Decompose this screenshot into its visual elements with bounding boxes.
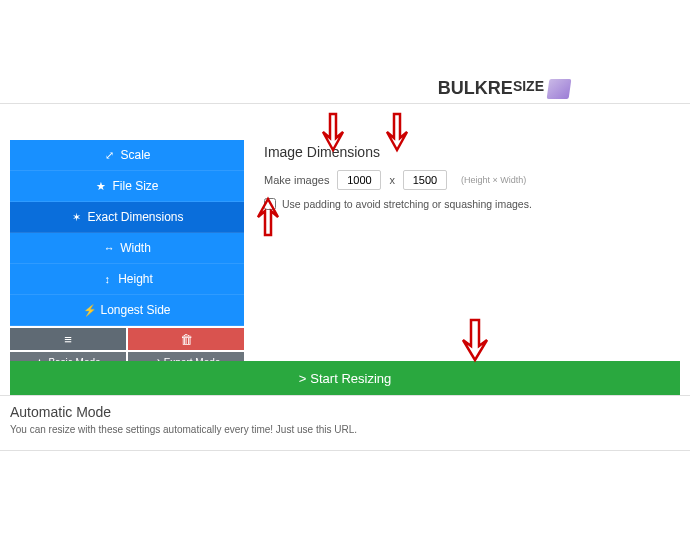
delete-button[interactable]: 🗑 (128, 328, 244, 350)
padding-label: Use padding to avoid stretching or squas… (282, 198, 532, 210)
height-input[interactable] (403, 170, 447, 190)
padding-checkbox[interactable] (264, 198, 276, 210)
option-width[interactable]: ↔ Width (10, 233, 244, 264)
x-label: x (389, 174, 395, 186)
width-icon: ↔ (103, 242, 115, 254)
automatic-mode-section: Automatic Mode You can resize with these… (10, 404, 357, 435)
star-icon: ★ (95, 180, 107, 193)
sidebar: ⤢ Scale ★ File Size ✶ Exact Dimensions ↔… (10, 140, 244, 373)
padding-row: Use padding to avoid stretching or squas… (264, 198, 680, 210)
list-button[interactable]: ≡ (10, 328, 126, 350)
trash-icon: 🗑 (180, 332, 193, 347)
option-scale[interactable]: ⤢ Scale (10, 140, 244, 171)
dimensions-hint: (Height × Width) (461, 175, 526, 185)
height-icon: ↕ (101, 273, 113, 285)
make-images-label: Make images (264, 174, 329, 186)
option-height[interactable]: ↕ Height (10, 264, 244, 295)
dimensions-row: Make images x (Height × Width) (264, 170, 680, 190)
option-label: Scale (120, 148, 150, 162)
width-input[interactable] (337, 170, 381, 190)
auto-mode-text: You can resize with these settings autom… (10, 424, 357, 435)
option-label: Exact Dimensions (87, 210, 183, 224)
chevron-right-icon: > (299, 371, 307, 386)
option-file-size[interactable]: ★ File Size (10, 171, 244, 202)
sparkle-icon: ✶ (70, 211, 82, 224)
logo-icon (547, 79, 572, 99)
divider (0, 450, 690, 451)
start-label: Start Resizing (310, 371, 391, 386)
option-longest-side[interactable]: ⚡ Longest Side (10, 295, 244, 326)
option-exact-dimensions[interactable]: ✶ Exact Dimensions (10, 202, 244, 233)
option-label: File Size (112, 179, 158, 193)
divider (0, 395, 690, 396)
section-title: Image Dimensions (264, 144, 680, 160)
option-label: Height (118, 272, 153, 286)
content-panel: Image Dimensions Make images x (Height ×… (264, 140, 680, 210)
scale-icon: ⤢ (103, 149, 115, 162)
brand-logo: BULKRESIZE (438, 78, 570, 99)
resize-mode-list: ⤢ Scale ★ File Size ✶ Exact Dimensions ↔… (10, 140, 244, 326)
divider (0, 103, 690, 104)
auto-mode-title: Automatic Mode (10, 404, 357, 420)
bolt-icon: ⚡ (83, 304, 95, 317)
list-icon: ≡ (64, 332, 72, 347)
start-resizing-button[interactable]: > Start Resizing (10, 361, 680, 396)
option-label: Width (120, 241, 151, 255)
option-label: Longest Side (100, 303, 170, 317)
